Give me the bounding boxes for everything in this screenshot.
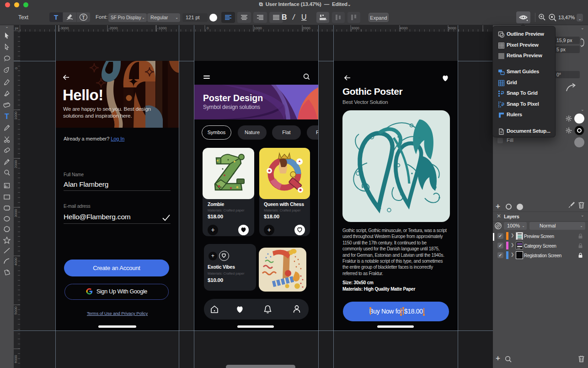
svg-text:T: T [82,15,85,20]
